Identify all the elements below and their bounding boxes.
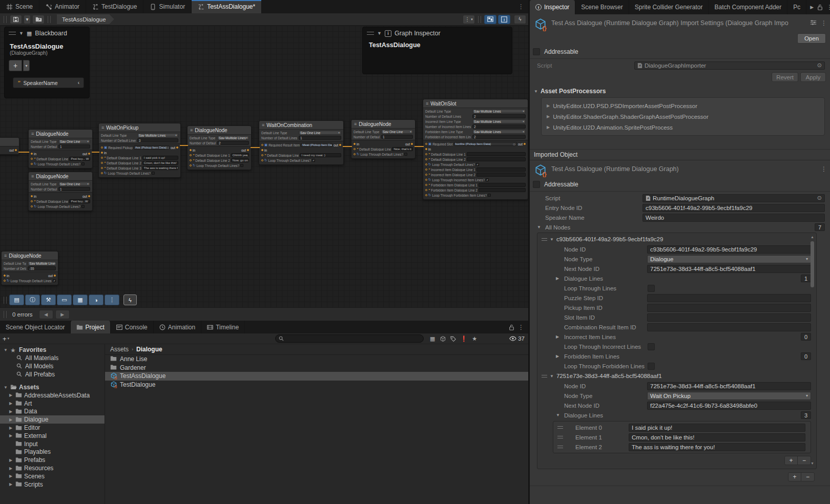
dialogue-line-field[interactable]: Now, go on... [231,158,249,162]
prop-dropdown[interactable]: Say Multiple Lines▾ [217,136,249,140]
object-picker-icon[interactable]: ⊙ [513,142,515,146]
text-field[interactable]: c93b5606-401f-49a2-99b5-9ecbf1fa9c29 [642,204,825,212]
foldout-arrow-icon[interactable]: ▶ [8,417,13,422]
tree-item-art[interactable]: ▶Art [0,400,105,408]
list-scrollbar[interactable]: ▲▼ [810,235,815,467]
tab-testdialogue[interactable]: TestDialogue [86,0,143,13]
text-field[interactable]: 7251e73e-38d3-44ff-a8c5-bcf54088aaf1 [647,265,811,273]
foldout-arrow-icon[interactable]: ▶ [547,125,550,130]
dialogue-line-field[interactable]: Psst boy... W [69,157,90,161]
graph-node-waitoncombination[interactable]: ≡WaitOnCombinationDefault Line TypeSay O… [259,120,344,165]
node-title-bar[interactable]: ≡WaitOnPickup [99,123,180,132]
script-object-field[interactable]: # DialogueGraphImporter ⊙ [634,61,825,70]
tab-project[interactable]: Project [71,321,110,333]
prop-dropdown[interactable]: Say Multiple Lines▾ [472,109,526,113]
graph-node-waitonslot[interactable]: ≡WaitOnSlotDefault Line TypeSay Multiple… [423,99,528,200]
input-port[interactable] [261,154,263,156]
lock-icon[interactable] [817,4,823,10]
remove-element-button[interactable]: − [801,473,814,481]
tree-item-scripts[interactable]: ▶Scripts [0,480,105,489]
tab-timeline[interactable]: Timeline [201,321,245,333]
node-title-bar[interactable]: ≡DialogueNode [351,120,415,128]
tree-item-scenes[interactable]: ▶Scenes [0,472,105,480]
dropdown[interactable]: Wait On Pickup▾ [647,392,811,400]
node-checkbox[interactable] [240,164,243,167]
prop-number-field[interactable]: 1 [58,187,90,191]
toolbar-drag-handle[interactable] [48,16,51,23]
dialogue-line-field[interactable]: Ohhhh yea, [231,153,249,157]
array-size-field[interactable]: 7 [815,223,825,231]
addressable-checkbox[interactable] [533,181,540,188]
input-port[interactable] [425,194,427,196]
input-port[interactable] [261,144,263,146]
input-port[interactable] [425,189,427,191]
prop-number-field[interactable]: 1 [299,136,341,140]
foldout-arrow-icon[interactable]: ▶ [8,482,13,487]
object-field[interactable]: bonfire (Pickup Item Data)⊙ [454,142,517,146]
inspector-tab-pc[interactable]: Pc [787,0,806,14]
prop-number-field[interactable]: 2 [472,135,526,139]
toolbar-drag-handle[interactable] [478,16,481,23]
tab-scene-object-locator[interactable]: Scene Object Locator [0,321,71,333]
foldout-arrow-icon[interactable]: ▶ [556,276,562,281]
addressable-checkbox[interactable] [533,48,540,55]
output-port[interactable] [54,275,56,277]
breadcrumb[interactable]: TestAssDialogue [57,14,114,24]
tree-item-data[interactable]: ▶Data [0,408,105,416]
save-button[interactable] [10,15,22,24]
prop-number-field[interactable]: 1 [58,144,90,149]
foldout-arrow-icon[interactable]: ▶ [547,103,550,108]
toolbar-drag-handle[interactable] [4,16,7,23]
text-field[interactable] [647,294,811,302]
node-title-bar[interactable]: ≡DialogueNode [29,172,92,180]
tree-item-assets[interactable]: ▼Assets [0,383,105,391]
tab-simulator[interactable]: Simulator [143,0,192,13]
search-in-packages-icon[interactable] [440,336,446,342]
tree-item-prefabs[interactable]: ▶Prefabs [0,456,105,464]
text-field[interactable]: c93b5606-401f-49a2-99b5-9ecbf1fa9c29 [647,245,811,254]
dialogue-line-field[interactable] [476,173,526,177]
scrollbar-thumb[interactable] [811,241,814,287]
inspector-tab-inspector[interactable]: iInspector [530,0,575,14]
file-item-gardener[interactable]: Gardener [105,364,528,372]
input-port[interactable] [425,174,427,176]
graph-canvas[interactable]: ▼ ▦ Blackboard TestAssDialogue (Dialogue… [0,26,528,307]
input-port[interactable] [4,275,6,277]
input-port[interactable] [101,172,103,174]
panel-kebab-icon[interactable]: ⋮ [518,324,524,331]
graph-options-dropdown[interactable]: ⋮ ▾ [463,15,475,24]
checkbox[interactable] [648,285,655,292]
foldout-arrow-icon[interactable]: ▼ [537,225,543,229]
node-checkbox[interactable]: ✓ [312,159,315,162]
drag-handle-icon[interactable] [557,436,563,438]
input-port[interactable] [425,169,427,171]
dialogue-line-field[interactable]: I need my meat :) [300,153,341,157]
dialogue-line-field[interactable]: I said pick it up! [142,156,178,160]
graph-node-dialoguenode[interactable]: ≡DialogueNodeDefault Line TypeSay One Li… [351,119,416,159]
input-port[interactable] [4,280,6,282]
toggle-minimap-button[interactable]: ϟ [514,15,526,24]
foldout-arrow-icon[interactable]: ▶ [8,466,13,471]
drag-handle-icon[interactable] [542,238,547,241]
scroll-down-icon[interactable]: ▼ [811,461,814,467]
object-field[interactable]: #RuntimeDialogueGraph⊙ [642,194,825,202]
input-port[interactable] [261,149,263,151]
tree-item-all-models[interactable]: All Models [0,362,105,370]
prop-dropdown[interactable]: Say One Line▾ [381,130,413,134]
blackboard-header[interactable]: ▼ ▦ Blackboard [5,27,89,39]
tree-item-external[interactable]: ▶External [0,432,105,440]
postprocessor-item[interactable]: ▶UnityEditor.U2D.PSD.PSDImporterAssetPos… [543,100,823,111]
inspector-tab-batch-component-adder[interactable]: Batch Component Adder [709,0,787,14]
search-by-label-icon[interactable] [450,336,456,342]
foldout-arrow-icon[interactable]: ▶ [556,334,562,339]
output-port[interactable] [176,146,178,149]
search-input[interactable] [275,334,424,343]
tree-item-favorites[interactable]: ▼★Favorites [0,346,105,354]
prop-dropdown[interactable]: Say Multiple Lines▾ [137,133,178,137]
node-title-bar[interactable]: ≡WaitOnCombination [259,121,343,129]
graph-tool-more-button[interactable]: ⋮ [105,295,119,305]
save-dropdown-caret[interactable]: ▾ [24,15,31,24]
tab-scroll-arrow-icon[interactable]: ▶ [810,5,814,10]
dialogue-line-field[interactable]: Nice, that's it [392,147,413,151]
foldout-arrow-icon[interactable]: ▶ [8,401,13,406]
